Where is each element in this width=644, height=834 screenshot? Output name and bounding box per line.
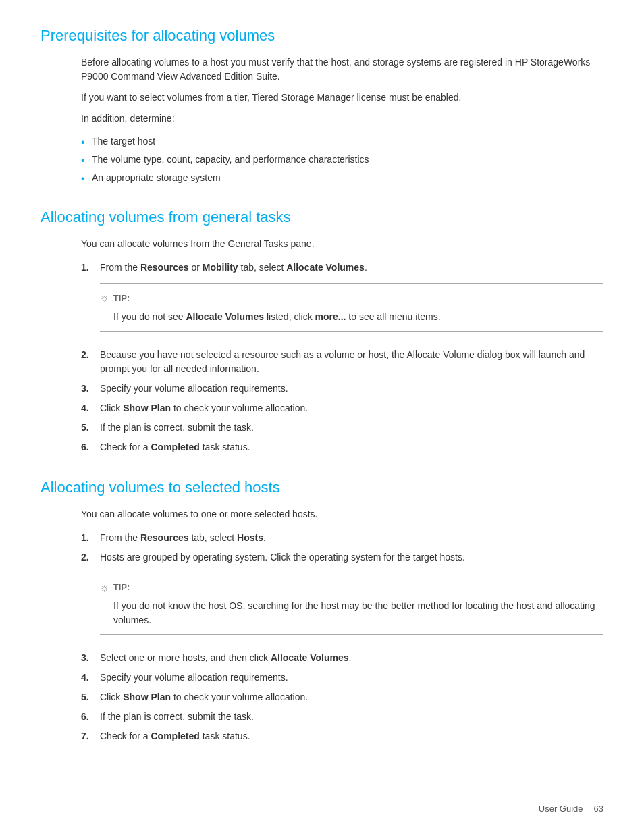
step-sh-1: From the Resources tab, select Hosts. xyxy=(81,528,603,548)
step-gt-4: Click Show Plan to check your volume all… xyxy=(81,398,603,418)
section-selected-hosts: Allocating volumes to selected hosts You… xyxy=(41,479,603,747)
tip-content-gt-1: If you do not see Allocate Volumes liste… xyxy=(100,310,603,324)
bullet-prereq-2: The volume type, count, capacity, and pe… xyxy=(81,151,603,169)
step-sh-4: Specify your volume allocation requireme… xyxy=(81,668,603,687)
step-sh-7: Check for a Completed task status. xyxy=(81,727,603,746)
content-selected-hosts: You can allocate volumes to one or more … xyxy=(41,507,603,747)
tip-content-sh-2: If you do not know the host OS, searchin… xyxy=(100,599,603,627)
bullets-prerequisites: The target host The volume type, count, … xyxy=(81,132,603,187)
section-general-tasks: Allocating volumes from general tasks Yo… xyxy=(41,209,603,457)
section-prerequisites: Prerequisites for allocating volumes Bef… xyxy=(41,27,603,187)
step-gt-3: Specify your volume allocation requireme… xyxy=(81,379,603,398)
para-general-1: You can allocate volumes from the Genera… xyxy=(81,237,603,251)
tip-label-sh-2: TIP: xyxy=(113,581,130,594)
step-gt-1: From the Resources or Mobility tab, sele… xyxy=(81,258,603,345)
heading-general-tasks: Allocating volumes from general tasks xyxy=(41,209,603,226)
bullet-prereq-1: The target host xyxy=(81,132,603,151)
steps-selected-hosts: From the Resources tab, select Hosts. Ho… xyxy=(81,528,603,747)
step-gt-5: If the plan is correct, submit the task. xyxy=(81,418,603,438)
tip-sh-2: ☼ TIP: If you do not know the host OS, s… xyxy=(100,573,603,635)
page: Prerequisites for allocating volumes Bef… xyxy=(0,0,644,808)
tip-sun-icon: ☼ xyxy=(100,290,109,306)
para-prereq-3: In addition, determine: xyxy=(81,111,603,126)
step-gt-2: Because you have not selected a resource… xyxy=(81,345,603,379)
footer-label: User Guide xyxy=(539,804,583,814)
footer: User Guide 63 xyxy=(539,804,603,814)
tip-header-sh-2: ☼ TIP: xyxy=(100,580,603,596)
tip-gt-1: ☼ TIP: If you do not see Allocate Volume… xyxy=(100,283,603,332)
para-prereq-1: Before allocating volumes to a host you … xyxy=(81,55,603,84)
bullet-prereq-3: An appropriate storage system xyxy=(81,169,603,187)
tip-label-gt-1: TIP: xyxy=(113,292,130,305)
steps-general-tasks: From the Resources or Mobility tab, sele… xyxy=(81,258,603,457)
tip-sun-icon-2: ☼ xyxy=(100,580,109,596)
step-gt-6: Check for a Completed task status. xyxy=(81,438,603,457)
step-sh-3: Select one or more hosts, and then click… xyxy=(81,648,603,668)
footer-page-number: 63 xyxy=(594,804,603,814)
content-prerequisites: Before allocating volumes to a host you … xyxy=(41,55,603,187)
heading-prerequisites: Prerequisites for allocating volumes xyxy=(41,27,603,45)
content-general-tasks: You can allocate volumes from the Genera… xyxy=(41,237,603,457)
tip-header-gt-1: ☼ TIP: xyxy=(100,290,603,306)
para-prereq-2: If you want to select volumes from a tie… xyxy=(81,90,603,105)
para-hosts-1: You can allocate volumes to one or more … xyxy=(81,507,603,521)
heading-selected-hosts: Allocating volumes to selected hosts xyxy=(41,479,603,496)
step-sh-2: Hosts are grouped by operating system. C… xyxy=(81,548,603,649)
step-sh-5: Click Show Plan to check your volume all… xyxy=(81,687,603,707)
step-sh-6: If the plan is correct, submit the task. xyxy=(81,707,603,727)
